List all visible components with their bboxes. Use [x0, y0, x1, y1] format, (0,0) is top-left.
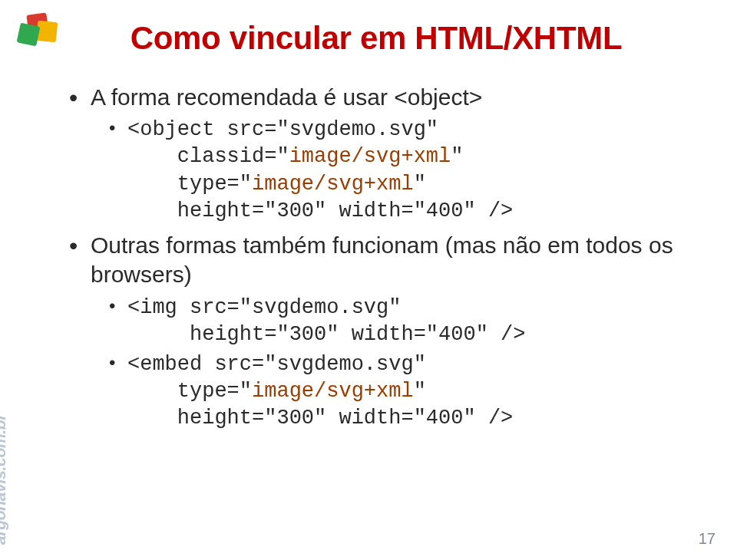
watermark: argonavis.com.br [0, 414, 9, 545]
slide-title: Como vincular em HTML/XHTML [69, 20, 683, 57]
logo-icon [14, 11, 61, 54]
bullet-2-code-1: <img src="svgdemo.svg" height="300" widt… [109, 295, 683, 348]
bullet-2-code-2: <embed src="svgdemo.svg" type="image/svg… [109, 351, 683, 432]
bullet-1: A forma recomendada é usar <object> <obj… [69, 83, 683, 225]
bullet-1-text: A forma recomendada é usar <object> [91, 84, 482, 110]
slide-body: A forma recomendada é usar <object> <obj… [69, 83, 683, 432]
bullet-1-code: <object src="svgdemo.svg" classid="image… [109, 117, 683, 224]
bullet-2: Outras formas também funcionam (mas não … [69, 231, 683, 432]
svg-rect-2 [17, 23, 41, 47]
page-number: 17 [699, 530, 716, 548]
bullet-2-text: Outras formas também funcionam (mas não … [91, 232, 673, 287]
